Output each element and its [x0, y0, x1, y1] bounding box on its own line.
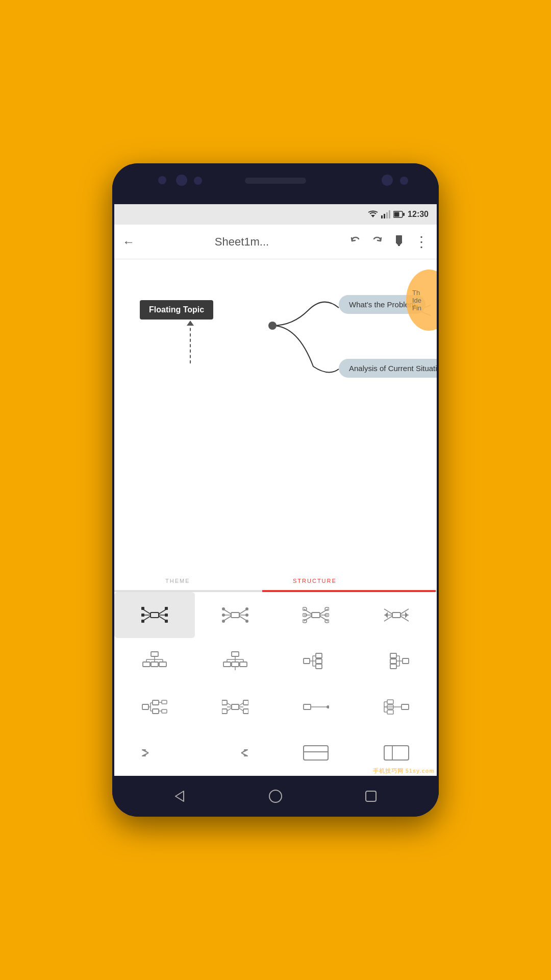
structure-item-15[interactable] — [276, 730, 356, 776]
svg-point-39 — [245, 614, 248, 617]
structure-icon-15 — [303, 743, 329, 763]
structure-item-7[interactable] — [276, 638, 356, 684]
svg-point-139 — [269, 790, 282, 802]
svg-marker-61 — [385, 612, 388, 618]
svg-line-117 — [227, 708, 232, 711]
svg-rect-25 — [165, 607, 168, 610]
paint-button[interactable] — [392, 233, 406, 251]
structure-item-5[interactable] — [114, 638, 195, 684]
back-nav-button[interactable] — [171, 787, 189, 805]
svg-rect-6 — [394, 212, 399, 217]
structure-icon-10 — [222, 697, 248, 717]
theme-label: THEME — [165, 576, 190, 585]
watermark: 手机技巧网 51sy.com — [373, 767, 435, 775]
back-button[interactable]: ← — [122, 235, 135, 249]
svg-point-37 — [222, 620, 225, 623]
svg-rect-105 — [153, 700, 159, 705]
structure-icon-8 — [383, 651, 410, 671]
redo-button[interactable] — [370, 234, 384, 250]
analysis-label: Analysis of Current Situation — [339, 359, 437, 378]
structure-icon-13 — [141, 743, 168, 763]
svg-rect-72 — [232, 652, 239, 656]
svg-point-38 — [245, 607, 248, 610]
floating-topic-node[interactable]: Floating Topic — [140, 300, 213, 320]
structure-item-11[interactable] — [276, 684, 356, 730]
back-nav-icon — [172, 789, 188, 804]
svg-rect-140 — [366, 791, 376, 801]
recent-nav-button[interactable] — [362, 787, 380, 805]
right-partial-node: Th Ide Fin — [406, 270, 437, 331]
svg-rect-106 — [153, 709, 159, 714]
svg-rect-80 — [240, 662, 247, 667]
svg-rect-3 — [386, 212, 388, 218]
more-button[interactable]: ⋮ — [414, 233, 429, 250]
svg-rect-2 — [384, 214, 385, 218]
svg-rect-63 — [151, 652, 158, 656]
svg-rect-115 — [222, 709, 227, 714]
phone-top-bar — [112, 163, 439, 204]
svg-marker-62 — [405, 612, 408, 618]
svg-rect-82 — [304, 658, 310, 664]
svg-rect-109 — [162, 700, 167, 704]
svg-rect-27 — [165, 620, 168, 623]
svg-rect-1 — [381, 215, 383, 218]
structure-item-12[interactable] — [356, 684, 437, 730]
structure-icon-12 — [383, 697, 410, 717]
phone-screen: 12:30 ← Sheet1m... — [114, 204, 437, 776]
home-nav-button[interactable] — [266, 787, 285, 805]
right-line3: Fin — [412, 304, 437, 312]
tab-bar — [114, 590, 437, 592]
structure-item-1[interactable] — [114, 592, 195, 638]
time-display: 12:30 — [408, 210, 429, 219]
earphone-jack — [382, 175, 393, 186]
structure-label: STRUCTURE — [293, 576, 337, 585]
svg-rect-41 — [312, 612, 320, 618]
svg-point-36 — [222, 614, 225, 617]
svg-rect-28 — [231, 612, 239, 618]
structure-icon-14 — [222, 743, 248, 763]
sensor-right — [400, 177, 408, 185]
structure-item-3[interactable] — [276, 592, 356, 638]
svg-line-116 — [227, 703, 232, 706]
svg-rect-54 — [392, 612, 400, 618]
undo-icon — [349, 234, 362, 247]
svg-line-58 — [400, 609, 409, 614]
nav-bar — [112, 776, 439, 817]
app-toolbar: ← Sheet1m... — [114, 225, 437, 259]
structure-item-2[interactable] — [195, 592, 276, 638]
structure-item-13[interactable] — [114, 730, 195, 776]
document-title: Sheet1m... — [141, 235, 343, 249]
structure-item-10[interactable] — [195, 684, 276, 730]
home-nav-icon — [268, 789, 283, 804]
svg-point-35 — [222, 607, 225, 610]
structure-item-8[interactable] — [356, 638, 437, 684]
svg-rect-22 — [141, 607, 144, 610]
analysis-node[interactable]: Analysis of Current Situation — [339, 359, 437, 378]
svg-rect-134 — [304, 746, 328, 760]
svg-point-40 — [245, 620, 248, 623]
right-line2: Ide — [412, 297, 437, 304]
paint-icon — [392, 233, 406, 248]
canvas-area[interactable]: Floating Topic What's the Problem Analys… — [114, 259, 437, 590]
svg-rect-26 — [165, 614, 168, 617]
svg-line-121 — [239, 708, 243, 711]
structure-item-9[interactable] — [114, 684, 195, 730]
sensor-dot — [194, 177, 202, 185]
status-icons: 12:30 — [368, 210, 429, 219]
svg-rect-111 — [232, 704, 239, 709]
svg-rect-119 — [243, 709, 248, 714]
structure-icon-4 — [383, 605, 410, 625]
svg-rect-15 — [151, 612, 159, 618]
undo-button[interactable] — [349, 234, 362, 250]
floating-topic-label: Floating Topic — [149, 305, 204, 314]
svg-rect-122 — [304, 704, 311, 709]
structure-item-14[interactable] — [195, 730, 276, 776]
structure-icon-3 — [303, 605, 329, 625]
svg-rect-70 — [151, 662, 158, 667]
svg-rect-133 — [387, 710, 393, 714]
structure-item-6[interactable] — [195, 638, 276, 684]
svg-rect-23 — [141, 614, 144, 617]
structure-item-4[interactable] — [356, 592, 437, 638]
svg-line-55 — [384, 609, 392, 614]
svg-line-120 — [239, 703, 243, 706]
